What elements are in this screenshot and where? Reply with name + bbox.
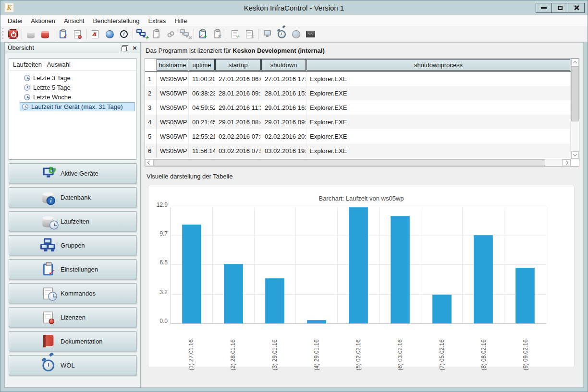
table-row[interactable]: 4WS05WP00:21:4529.01.2016 08:4329.01.201… <box>145 115 571 129</box>
pdf-report-icon[interactable]: A <box>88 27 102 41</box>
toolbar: ✓Ai+✓×✓+×+×∿∿ <box>0 26 588 42</box>
menu-datei[interactable]: Datei <box>3 16 26 26</box>
info-icon[interactable]: i <box>117 27 131 41</box>
bar-8[interactable] <box>474 235 493 323</box>
menu-ansicht[interactable]: Ansicht <box>60 16 89 26</box>
table-vertical-scrollbar[interactable] <box>571 59 579 159</box>
table-row[interactable]: 2WS05WP06:38:2328.01.2016 09:1828.01.201… <box>145 86 571 100</box>
document-add-icon[interactable]: + <box>228 27 242 41</box>
x-tick-label: (8) 08.02.16 <box>480 326 487 370</box>
nav-button-datenbank[interactable]: iDatenbank <box>9 187 136 207</box>
bar-5[interactable] <box>349 207 368 323</box>
y-tick-label: 0.0 <box>159 318 168 324</box>
table-horizontal-scrollbar[interactable] <box>145 159 571 166</box>
clipboard-remove-icon[interactable]: × <box>210 27 224 41</box>
close-panel-icon[interactable]: × <box>132 45 137 51</box>
tree-item-letzte-3-tage[interactable]: Letzte 3 Tage <box>22 73 135 83</box>
x-tick-label: (7) 05.02.16 <box>439 326 445 370</box>
chart-title: Barchart: Laufzeit von ws05wp <box>148 195 574 202</box>
toolbar-separator <box>86 29 86 39</box>
tree-item-laufzeit-f-r-ger-t-max-31-tage[interactable]: Laufzeit für Gerät (max. 31 Tage) <box>20 102 135 111</box>
x-tick-label: (4) 29.01.16 <box>313 326 320 370</box>
y-tick-label: 3.2 <box>159 289 168 296</box>
toolbar-grip[interactable] <box>2 28 4 40</box>
clipboard-disabled-icon[interactable]: ✓ <box>149 27 163 41</box>
table-row[interactable]: 1WS05WP11:00:2027.01.2016 06:0827.01.201… <box>145 71 571 86</box>
table-row[interactable]: 6WS05WP11:56:1403.02.2016 07:5503.02.201… <box>145 143 571 158</box>
alarm-clock-icon <box>40 357 57 374</box>
bar-7[interactable] <box>432 295 452 323</box>
bar-4[interactable] <box>307 320 326 323</box>
x-tick-label: (3) 29.01.16 <box>271 326 278 370</box>
table-body: 1WS05WP11:00:2027.01.2016 06:0827.01.201… <box>145 71 571 159</box>
table-corner-cell <box>145 59 157 71</box>
column-header-hostname[interactable]: hostname <box>157 59 188 71</box>
document-remove-icon[interactable]: × <box>242 27 257 41</box>
chart-view-icon[interactable]: ∿∿ <box>303 27 318 41</box>
nav-button-laufzeiten[interactable]: Laufzeiten <box>9 211 136 231</box>
table-row[interactable]: 3WS05WP04:59:5229.01.2016 11:3529.01.201… <box>145 100 571 115</box>
database-red-icon[interactable] <box>38 27 52 41</box>
close-button[interactable] <box>568 3 585 13</box>
menu-hilfe[interactable]: Hilfe <box>170 16 191 26</box>
alarm-clock-icon[interactable] <box>274 27 289 41</box>
column-header-shutdownprocess[interactable]: shutdownprocess <box>306 59 570 71</box>
nav-button-einstellungen[interactable]: ✓Einstellungen <box>9 259 136 279</box>
settings-clipboard-icon: ✓ <box>40 261 57 278</box>
maximize-icon <box>558 6 563 10</box>
minimize-button[interactable] <box>536 3 552 13</box>
monitor-icon[interactable] <box>260 27 274 41</box>
bar-2[interactable] <box>224 264 243 323</box>
menu-berichterstellung[interactable]: Berichterstellung <box>89 16 144 26</box>
y-axis-labels: 0.03.26.59.712.9 <box>148 208 171 324</box>
clipboard-add-icon[interactable]: ✓+ <box>196 27 210 41</box>
float-panel-icon[interactable] <box>122 45 128 50</box>
cell-startup: 03.02.2016 07:55 <box>215 143 261 158</box>
menu-aktionen[interactable]: Aktionen <box>26 16 60 26</box>
sidebar-nav: ↻Aktive GeräteiDatenbankLaufzeitenGruppe… <box>9 163 136 379</box>
scroll-down-button[interactable] <box>571 151 579 159</box>
tree-item-letzte-5-tage[interactable]: Letzte 5 Tage <box>22 83 135 92</box>
scroll-up-button[interactable] <box>571 59 579 66</box>
clock-icon <box>24 94 30 100</box>
vertical-scroll-thumb[interactable] <box>571 66 579 121</box>
scroll-left-button[interactable] <box>145 159 154 166</box>
bar-9[interactable] <box>515 268 535 323</box>
cell-shutdown: 29.01.2016 16:34 <box>261 100 306 115</box>
column-header-uptime[interactable]: uptime <box>189 59 215 71</box>
remove-device-icon[interactable]: × <box>178 27 192 41</box>
nav-button-lizenzen[interactable]: Lizenzen <box>9 307 136 327</box>
nav-button-kommandos[interactable]: Kommandos <box>9 283 136 303</box>
cell-shutdown: 02.02.2016 20:32 <box>261 129 306 143</box>
cell-hostname: WS05WP <box>157 143 189 158</box>
bar-3[interactable] <box>265 278 284 323</box>
tree-item-letzte-woche[interactable]: Letzte Woche <box>22 93 135 102</box>
power-icon[interactable] <box>6 27 20 41</box>
maximize-button[interactable] <box>552 3 568 13</box>
link-devices-icon[interactable] <box>163 27 178 41</box>
license-certificate-icon[interactable] <box>70 27 85 41</box>
bar-slot <box>421 208 463 323</box>
window-title: Keskon InfraControl - Version 1 <box>0 4 588 12</box>
scroll-right-button[interactable] <box>562 159 571 166</box>
toolbar-separator <box>194 29 194 39</box>
menu-extras[interactable]: Extras <box>144 16 170 26</box>
bar-1[interactable] <box>182 225 201 323</box>
settings-clipboard-icon[interactable]: ✓ <box>56 27 70 41</box>
globe-icon[interactable] <box>102 27 117 41</box>
nav-button-gruppen[interactable]: Gruppen <box>9 235 136 255</box>
cell-shutdownprocess: Explorer.EXE <box>306 143 571 158</box>
bar-6[interactable] <box>391 216 410 323</box>
cell-uptime: 11:00:20 <box>189 71 215 86</box>
column-header-startup[interactable]: startup <box>215 59 261 71</box>
nav-button-aktive-ger-te[interactable]: ↻Aktive Geräte <box>9 163 136 183</box>
nav-button-dokumentation[interactable]: Dokumentation <box>9 331 136 351</box>
column-header-shutdown[interactable]: shutdown <box>261 59 306 71</box>
horizontal-scroll-thumb[interactable] <box>154 159 545 166</box>
globe-disabled-icon[interactable] <box>289 27 303 41</box>
nav-button-wol[interactable]: WOL <box>9 355 136 375</box>
cell-hostname: WS05WP <box>157 71 189 86</box>
add-device-icon[interactable]: + <box>135 27 149 41</box>
table-row[interactable]: 5WS05WP12:55:2102.02.2016 07:3702.02.201… <box>145 129 571 143</box>
database-gray-icon[interactable] <box>24 27 38 41</box>
